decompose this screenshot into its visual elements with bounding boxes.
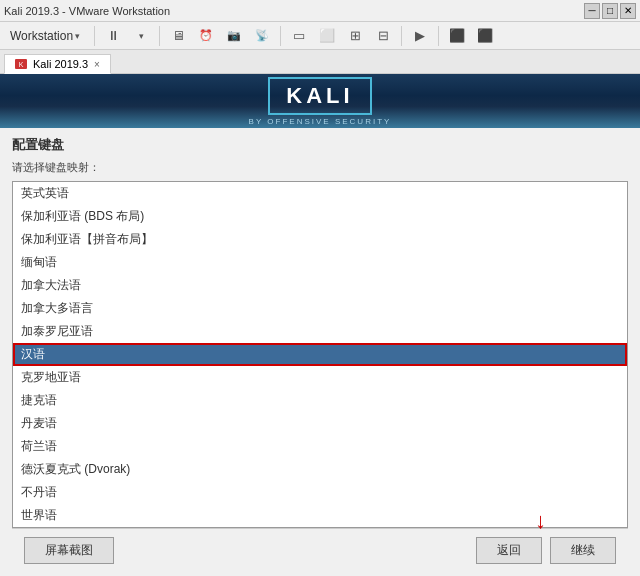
menu-separator-3	[280, 26, 281, 46]
extra-icon-1[interactable]: ⬛	[447, 26, 467, 46]
close-button[interactable]: ✕	[620, 3, 636, 19]
kali-banner: KALI BY OFFENSIVE SECURITY	[0, 74, 640, 128]
list-item[interactable]: 加泰罗尼亚语	[13, 320, 627, 343]
kali-tab[interactable]: K Kali 2019.3 ×	[4, 54, 111, 74]
send-icon[interactable]: ▶	[410, 26, 430, 46]
pause-button[interactable]: ⏸	[103, 26, 123, 46]
vm-settings-icon[interactable]: 🖥	[168, 26, 188, 46]
workstation-dropdown-arrow: ▾	[75, 31, 80, 41]
window-controls: ─ □ ✕	[584, 3, 636, 19]
title-bar: Kali 2019.3 - VMware Workstation ─ □ ✕	[0, 0, 640, 22]
list-item[interactable]: 保加利亚语 (BDS 布局)	[13, 205, 627, 228]
list-item[interactable]: 荷兰语	[13, 435, 627, 458]
list-item[interactable]: 捷克语	[13, 389, 627, 412]
title-bar-left: Kali 2019.3 - VMware Workstation	[4, 5, 170, 17]
screenshot-button[interactable]: 屏幕截图	[24, 537, 114, 564]
kali-sub-text: BY OFFENSIVE SECURITY	[249, 117, 392, 126]
maximize-button[interactable]: □	[602, 3, 618, 19]
menu-bar: Workstation ▾ ⏸ ▾ 🖥 ⏰ 📷 📡 ▭ ⬜ ⊞ ⊟ ▶ ⬛ ⬛	[0, 22, 640, 50]
view-icon-3[interactable]: ⊞	[345, 26, 365, 46]
menu-separator-1	[94, 26, 95, 46]
capture-icon[interactable]: 📷	[224, 26, 244, 46]
arrow-indicator: ↓	[535, 508, 546, 534]
back-button[interactable]: 返回	[476, 537, 542, 564]
workstation-menu[interactable]: Workstation ▾	[4, 27, 86, 45]
tab-bar: K Kali 2019.3 ×	[0, 50, 640, 74]
tab-vm-icon: K	[15, 59, 27, 69]
tab-label: Kali 2019.3	[33, 58, 88, 70]
continue-button[interactable]: 继续	[550, 537, 616, 564]
window-title: Kali 2019.3 - VMware Workstation	[4, 5, 170, 17]
list-item[interactable]: 英式英语	[13, 182, 627, 205]
list-item[interactable]: 克罗地亚语	[13, 366, 627, 389]
kali-logo-text: KALI	[286, 83, 353, 109]
main-area: KALI BY OFFENSIVE SECURITY 配置键盘 请选择键盘映射：…	[0, 74, 640, 576]
network-icon[interactable]: 📡	[252, 26, 272, 46]
list-item[interactable]: 缅甸语	[13, 251, 627, 274]
extra-icon-2[interactable]: ⬛	[475, 26, 495, 46]
config-subtitle: 请选择键盘映射：	[12, 160, 628, 175]
list-item[interactable]: 加拿大多语言	[13, 297, 627, 320]
kali-logo: KALI BY OFFENSIVE SECURITY	[249, 77, 392, 126]
list-item[interactable]: 加拿大法语	[13, 274, 627, 297]
view-icon-2[interactable]: ⬜	[317, 26, 337, 46]
config-title: 配置键盘	[12, 136, 628, 154]
list-item[interactable]: 德沃夏克式 (Dvorak)	[13, 458, 627, 481]
view-icon-4[interactable]: ⊟	[373, 26, 393, 46]
pause-dropdown[interactable]: ▾	[131, 26, 151, 46]
tab-close-button[interactable]: ×	[94, 59, 100, 70]
bottom-bar: 屏幕截图 ↓ 返回 继续	[12, 528, 628, 572]
keyboard-list-scroll[interactable]: 英式英语保加利亚语 (BDS 布局)保加利亚语【拼音布局】缅甸语加拿大法语加拿大…	[13, 182, 627, 527]
list-item[interactable]: 不丹语	[13, 481, 627, 504]
menu-separator-4	[401, 26, 402, 46]
keyboard-list-container: 英式英语保加利亚语 (BDS 布局)保加利亚语【拼音布局】缅甸语加拿大法语加拿大…	[12, 181, 628, 528]
list-item[interactable]: 汉语	[13, 343, 627, 366]
list-item[interactable]: 保加利亚语【拼音布局】	[13, 228, 627, 251]
snapshot-icon[interactable]: ⏰	[196, 26, 216, 46]
menu-separator-2	[159, 26, 160, 46]
config-section: 配置键盘 请选择键盘映射： 英式英语保加利亚语 (BDS 布局)保加利亚语【拼音…	[0, 128, 640, 576]
minimize-button[interactable]: ─	[584, 3, 600, 19]
view-icon-1[interactable]: ▭	[289, 26, 309, 46]
kali-logo-box: KALI	[268, 77, 371, 115]
workstation-label: Workstation	[10, 29, 73, 43]
menu-separator-5	[438, 26, 439, 46]
list-item[interactable]: 丹麦语	[13, 412, 627, 435]
